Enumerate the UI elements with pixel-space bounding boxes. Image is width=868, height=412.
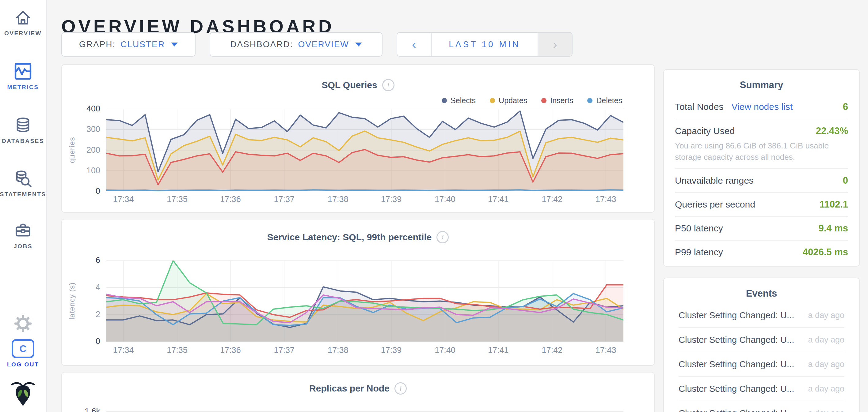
legend-dot: [442, 98, 447, 103]
y-tick-label: 0: [56, 186, 100, 196]
summary-row-capacity: Capacity Used 22.43% You are using 86.6 …: [675, 119, 848, 168]
jobs-icon: [14, 221, 32, 239]
x-tick-label: 17:34: [102, 195, 145, 204]
event-text: Cluster Setting Changed: U...: [679, 359, 794, 370]
event-row[interactable]: Cluster Setting Changed: U... a day ago: [679, 401, 844, 412]
chart-header: Replicas per Node i: [62, 382, 654, 394]
x-tick-label: 17:36: [209, 346, 252, 355]
sidebar-item-label: STATEMENTS: [0, 191, 46, 198]
graph-dropdown[interactable]: GRAPH: CLUSTER: [61, 32, 195, 57]
replicas-chart-card: Replicas per Node i 1.6k: [61, 372, 655, 412]
x-tick-label: 17:36: [209, 195, 252, 204]
x-tick-label: 17:34: [102, 346, 145, 355]
metrics-icon: [14, 63, 32, 80]
info-glyph: i: [442, 234, 444, 241]
legend-item-selects[interactable]: Selects: [442, 96, 476, 105]
chart-title: Service Latency: SQL, 99th percentile: [267, 232, 432, 242]
c-badge-icon: C: [12, 339, 34, 358]
sidebar-item-logout[interactable]: C LOG OUT: [0, 339, 46, 368]
legend-label: Inserts: [550, 96, 573, 105]
databases-icon: [14, 116, 32, 134]
view-nodes-link[interactable]: View nodes list: [731, 102, 793, 112]
time-range-value[interactable]: LAST 10 MIN: [432, 33, 537, 56]
summary-row-label: Total Nodes: [675, 102, 723, 112]
x-tick-label: 17:40: [424, 346, 466, 355]
legend-label: Deletes: [596, 96, 622, 105]
time-prev-button[interactable]: ‹: [397, 33, 432, 56]
event-text: Cluster Setting Changed: U...: [679, 310, 794, 320]
logout-label: LOG OUT: [7, 361, 39, 368]
x-tick-label: 17:41: [477, 195, 520, 204]
sidebar-item-databases[interactable]: DATABASES: [0, 116, 46, 144]
summary-row-value: 22.43%: [816, 126, 848, 137]
summary-row-qps: Queries per second 1102.1: [675, 192, 848, 216]
event-row[interactable]: Cluster Setting Changed: U... a day ago: [679, 352, 844, 376]
chart-canvas[interactable]: [106, 109, 623, 191]
legend-item-inserts[interactable]: Inserts: [541, 96, 573, 105]
chevron-down-icon: [355, 42, 362, 46]
chevron-right-icon: ›: [553, 38, 557, 52]
chart-canvas[interactable]: [106, 261, 623, 342]
summary-row-value: 4026.5 ms: [803, 247, 848, 258]
event-row[interactable]: Cluster Setting Changed: U... a day ago: [679, 303, 844, 327]
y-axis-label: queries: [67, 109, 77, 191]
event-time: a day ago: [808, 335, 844, 345]
event-text: Cluster Setting Changed: U...: [679, 335, 794, 345]
sidebar-item-settings[interactable]: [0, 315, 46, 333]
event-row[interactable]: Cluster Setting Changed: U... a day ago: [679, 327, 844, 352]
events-title: Events: [679, 278, 844, 303]
event-row[interactable]: Cluster Setting Changed: U... a day ago: [679, 376, 844, 401]
x-tick-label: 17:41: [477, 346, 520, 355]
legend-item-updates[interactable]: Updates: [490, 96, 527, 105]
chart-title: SQL Queries: [321, 80, 377, 90]
dashboard-dropdown-value: OVERVIEW: [298, 39, 349, 49]
y-tick-label: 400: [56, 104, 100, 113]
info-icon[interactable]: i: [436, 231, 449, 243]
x-tick-label: 17:40: [424, 195, 466, 204]
chart-legend: Selects Updates Inserts Deletes: [442, 96, 622, 105]
gear-icon: [14, 315, 32, 333]
home-icon: [14, 8, 32, 26]
y-tick-label: 300: [56, 125, 100, 134]
summary-row-label: P50 latency: [675, 223, 723, 234]
y-tick-label: 1.6k: [60, 407, 100, 412]
info-icon[interactable]: i: [382, 79, 395, 91]
summary-panel: Summary Total Nodes View nodes list 6 Ca…: [663, 69, 860, 267]
sidebar-item-overview[interactable]: OVERVIEW: [0, 8, 46, 37]
events-panel: Events Cluster Setting Changed: U... a d…: [663, 278, 860, 412]
statements-icon: [14, 170, 32, 187]
x-tick-label: 17:37: [263, 346, 306, 355]
summary-row-value: 9.4 ms: [818, 223, 848, 234]
sidebar-item-jobs[interactable]: JOBS: [0, 221, 46, 250]
event-time: a day ago: [808, 359, 844, 369]
capacity-subtext: You are using 86.6 GiB of 386.1 GiB usab…: [675, 140, 848, 163]
x-tick-label: 17:35: [156, 195, 198, 204]
legend-dot: [541, 98, 547, 103]
summary-row-label: Unavailable ranges: [675, 175, 754, 186]
sidebar-item-label: JOBS: [13, 243, 32, 250]
event-time: a day ago: [808, 409, 844, 412]
dashboard-dropdown[interactable]: DASHBOARD: OVERVIEW: [210, 32, 382, 57]
sidebar-item-label: OVERVIEW: [4, 30, 42, 37]
summary-row-unavailable-ranges: Unavailable ranges 0: [675, 168, 848, 192]
summary-title: Summary: [675, 70, 848, 95]
event-text: Cluster Setting Changed: U...: [679, 384, 794, 394]
summary-row-label: Capacity Used: [675, 126, 735, 136]
sidebar-item-label: METRICS: [7, 84, 39, 91]
legend-item-deletes[interactable]: Deletes: [587, 96, 622, 105]
x-tick-label: 17:43: [585, 346, 627, 355]
service-latency-plot[interactable]: [106, 261, 623, 342]
legend-label: Selects: [451, 96, 476, 105]
info-icon[interactable]: i: [395, 382, 407, 394]
service-latency-chart-card: Service Latency: SQL, 99th percentile i …: [61, 219, 655, 366]
summary-row-label: P99 latency: [675, 247, 723, 258]
legend-dot: [490, 98, 495, 103]
sql-queries-chart-card: SQL Queries i Selects Updates Inserts De…: [61, 64, 655, 213]
sql-queries-plot[interactable]: [106, 109, 623, 191]
dashboard-dropdown-label: DASHBOARD:: [230, 39, 293, 49]
sidebar-item-metrics[interactable]: METRICS: [0, 63, 46, 91]
x-tick-label: 17:42: [531, 195, 574, 204]
time-next-button[interactable]: ›: [537, 33, 572, 56]
c-badge-letter: C: [19, 343, 26, 354]
sidebar-item-statements[interactable]: STATEMENTS: [0, 170, 46, 198]
